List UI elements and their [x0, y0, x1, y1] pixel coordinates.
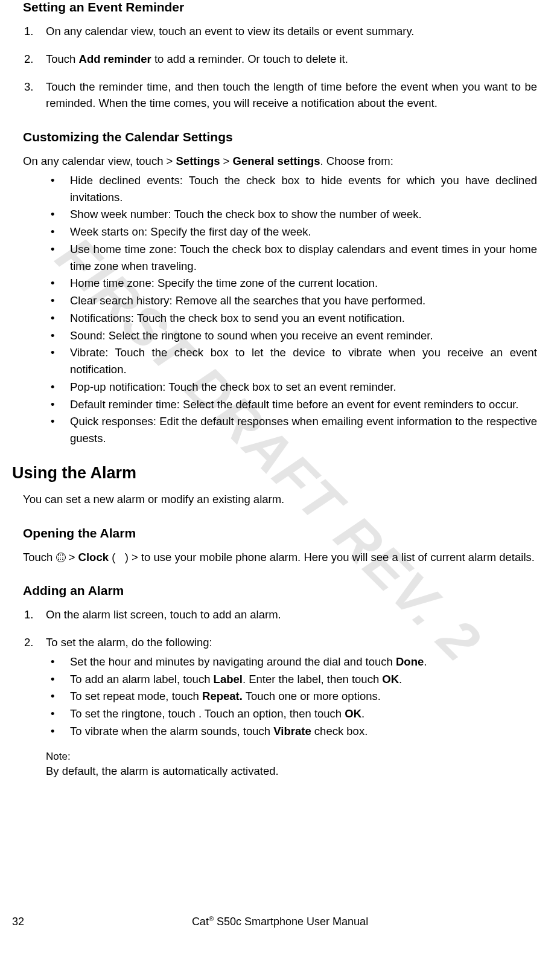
bold-text: Settings — [176, 155, 220, 167]
text: > — [220, 155, 232, 167]
list-item: Vibrate: Touch the check box to let the … — [23, 344, 537, 378]
footer-title: Cat® S50c Smartphone User Manual — [0, 915, 560, 928]
text: Touch — [46, 53, 79, 65]
text: On any calendar view, touch > — [23, 155, 176, 167]
paragraph: On any calendar view, touch > Settings >… — [23, 153, 537, 170]
bold-text: Repeat. — [202, 690, 243, 702]
heading-opening-alarm: Opening the Alarm — [23, 526, 537, 541]
text: Set the hour and minutes by navigating a… — [70, 655, 396, 668]
apps-grid-icon — [56, 553, 66, 562]
ordered-list-reminder: On any calendar view, touch an event to … — [23, 23, 537, 112]
list-item: Home time zone: Specify the time zone of… — [23, 275, 537, 292]
note-label: Note: — [46, 751, 537, 763]
text: > — [66, 551, 78, 563]
text: . Choose from: — [320, 155, 393, 167]
list-item: To set repeat mode, touch Repeat. Touch … — [46, 688, 537, 705]
ordered-list-alarm: On the alarm list screen, touch to add a… — [23, 606, 537, 739]
text: Cat — [192, 916, 209, 928]
bullet-list-settings: Hide declined events: Touch the check bo… — [23, 172, 537, 447]
paragraph: You can set a new alarm or modify an exi… — [23, 491, 537, 508]
text: To set repeat mode, touch — [70, 690, 202, 702]
heading-customizing: Customizing the Calendar Settings — [23, 130, 537, 144]
list-item: Show week number: Touch the check box to… — [23, 206, 537, 223]
list-item: Pop-up notification: Touch the check box… — [23, 379, 537, 396]
text: Touch — [23, 551, 56, 563]
registered-mark: ® — [209, 915, 214, 922]
heading-using-alarm: Using the Alarm — [12, 464, 537, 483]
text: check box. — [311, 725, 368, 737]
list-item: To add an alarm label, touch Label. Ente… — [46, 671, 537, 688]
list-item: Use home time zone: Touch the check box … — [23, 241, 537, 275]
list-item: To set the alarm, do the following: Set … — [23, 634, 537, 740]
bold-text: OK — [382, 673, 399, 685]
text: ( — [109, 551, 115, 563]
bold-text: General settings — [233, 155, 320, 167]
list-item: Week starts on: Specify the first day of… — [23, 223, 537, 240]
list-item: Default reminder time: Select the defaul… — [23, 396, 537, 413]
bullet-list-alarm-steps: Set the hour and minutes by navigating a… — [46, 653, 537, 740]
text: to add a reminder. Or touch to delete it… — [151, 53, 348, 65]
list-item: Touch the reminder time, and then touch … — [23, 79, 537, 112]
text: To set the ringtone, touch . Touch an op… — [70, 707, 345, 720]
paragraph: Touch > Clock ( ) > to use your mobile p… — [23, 549, 537, 566]
text: To add an alarm label, touch — [70, 673, 214, 685]
bold-text: Label — [214, 673, 243, 685]
bold-text: OK — [345, 707, 361, 720]
list-item: Hide declined events: Touch the check bo… — [23, 172, 537, 206]
text: . — [399, 673, 402, 685]
list-item: Quick responses: Edit the default respon… — [23, 413, 537, 447]
list-item: Notifications: Touch the check box to se… — [23, 310, 537, 327]
list-item: On the alarm list screen, touch to add a… — [23, 606, 537, 623]
bold-text: Add reminder — [79, 53, 151, 65]
text: Touch one or more options. — [243, 690, 381, 702]
text: To set the alarm, do the following: — [46, 636, 212, 649]
text: . — [361, 707, 364, 720]
list-item: Clear search history: Remove all the sea… — [23, 292, 537, 309]
list-item: To set the ringtone, touch . Touch an op… — [46, 705, 537, 722]
note-body: By default, the alarm is automatically a… — [46, 763, 537, 780]
list-item: Set the hour and minutes by navigating a… — [46, 653, 537, 670]
heading-adding-alarm: Adding an Alarm — [23, 583, 537, 598]
list-item: Sound: Select the ringtone to sound when… — [23, 327, 537, 344]
page-footer: 32 Cat® S50c Smartphone User Manual — [0, 915, 560, 928]
bold-text: Done — [396, 655, 424, 668]
list-item: To vibrate when the alarm sounds, touch … — [46, 723, 537, 740]
text: S50c Smartphone User Manual — [214, 916, 368, 928]
list-item: Touch Add reminder to add a reminder. Or… — [23, 51, 537, 68]
bold-text: Vibrate — [273, 725, 311, 737]
text: To vibrate when the alarm sounds, touch — [70, 725, 273, 737]
text: ) > to use your mobile phone alarm. Here… — [125, 551, 535, 563]
bold-text: Clock — [78, 551, 109, 563]
list-item: On any calendar view, touch an event to … — [23, 23, 537, 40]
text: . — [424, 655, 427, 668]
heading-setting-reminder: Setting an Event Reminder — [23, 0, 537, 14]
text: . Enter the label, then touch — [243, 673, 382, 685]
